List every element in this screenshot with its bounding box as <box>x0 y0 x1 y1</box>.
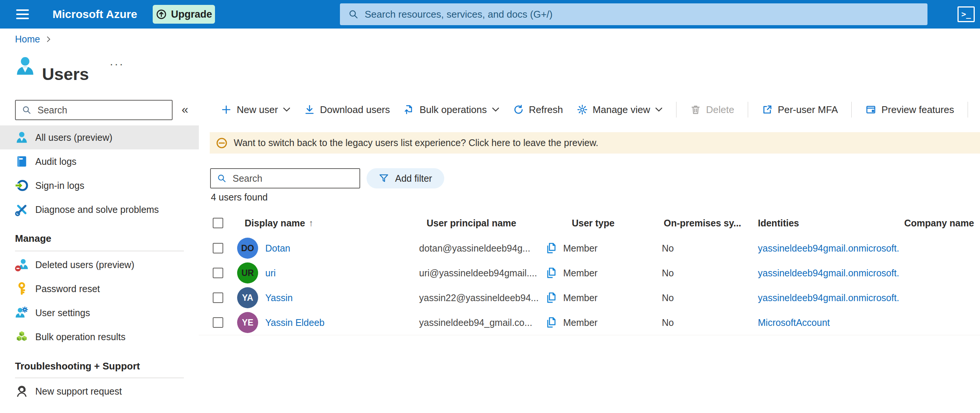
user-type-cell: Member <box>563 285 598 310</box>
top-bar: Microsoft Azure Upgrade >_ <box>0 0 980 29</box>
upgrade-arrow-icon <box>156 9 167 20</box>
sort-ascending-icon: ↑ <box>309 218 313 228</box>
sign-in-icon <box>15 179 29 192</box>
open-external-icon <box>762 104 773 115</box>
copy-icon[interactable] <box>545 291 558 305</box>
per-user-mfa-label: Per-user MFA <box>778 104 838 116</box>
bulk-operations-button[interactable]: Bulk operations <box>403 104 499 116</box>
per-user-mfa-button[interactable]: Per-user MFA <box>762 104 838 116</box>
page-more-button[interactable]: ··· <box>107 57 126 70</box>
column-header-display-name[interactable]: Display name ↑ <box>245 210 313 236</box>
row-checkbox[interactable] <box>213 292 223 303</box>
sidebar-item-deleted-users[interactable]: Deleted users (preview) <box>0 253 199 277</box>
display-name-link[interactable]: uri <box>265 268 276 279</box>
display-name-link[interactable]: Yassin <box>265 292 293 303</box>
copy-icon[interactable] <box>545 241 558 255</box>
sidebar-item-label: Sign-in logs <box>35 180 84 191</box>
upn-cell: yassineldeeb94_gmail.co... <box>419 310 532 335</box>
preview-features-icon <box>865 104 877 115</box>
sidebar-divider <box>15 378 184 378</box>
sidebar-item-all-users[interactable]: All users (preview) <box>0 125 199 150</box>
refresh-icon <box>513 104 524 115</box>
column-header-upn[interactable]: User principal name <box>426 210 516 236</box>
command-bar: New user Download users Bulk operations … <box>210 98 968 121</box>
hamburger-menu-button[interactable] <box>11 0 35 29</box>
display-name-link[interactable]: Yassin Eldeeb <box>265 317 325 328</box>
column-header-company[interactable]: Company name <box>904 210 974 236</box>
audit-log-icon <box>15 155 29 168</box>
download-icon <box>304 104 315 115</box>
column-header-identities[interactable]: Identities <box>758 210 799 236</box>
copy-icon[interactable] <box>545 316 558 329</box>
search-icon <box>22 105 32 115</box>
manage-view-button[interactable]: Manage view <box>577 104 663 116</box>
sidebar-section-manage: Manage <box>15 233 51 244</box>
global-search-input[interactable] <box>364 8 853 21</box>
table-header: Display name ↑ User principal name User … <box>199 210 980 236</box>
sidebar-item-bulk-results[interactable]: Bulk operation results <box>0 325 199 349</box>
new-user-button[interactable]: New user <box>221 104 290 116</box>
sidebar-item-label: Audit logs <box>35 156 76 167</box>
avatar: YA <box>237 287 258 308</box>
person-icon <box>15 131 29 144</box>
copy-icon[interactable] <box>545 266 558 280</box>
refresh-button[interactable]: Refresh <box>513 104 563 116</box>
banner-message[interactable]: Want to switch back to the legacy users … <box>234 137 598 148</box>
plus-icon <box>221 104 232 115</box>
sidebar-item-diagnose[interactable]: Diagnose and solve problems <box>0 198 199 222</box>
upn-cell: dotan@yassineldeeb94g... <box>419 236 530 261</box>
search-icon <box>348 9 359 19</box>
select-all-checkbox[interactable] <box>213 218 223 228</box>
sidebar-collapse-button[interactable]: « <box>179 102 191 117</box>
chevron-right-icon <box>46 36 51 42</box>
users-page-icon <box>14 55 36 77</box>
brand-title[interactable]: Microsoft Azure <box>52 0 137 29</box>
row-checkbox[interactable] <box>213 317 223 328</box>
delete-label: Delete <box>706 104 734 116</box>
upgrade-label: Upgrade <box>171 9 212 20</box>
sidebar-item-password-reset[interactable]: Password reset <box>0 277 199 301</box>
table-row: YA Yassin yassin22@yassineldeeb94... Mem… <box>199 285 980 311</box>
identities-link[interactable]: yassineldeeb94gmail.onmicrosoft. <box>758 292 899 303</box>
sidebar-item-sign-in-logs[interactable]: Sign-in logs <box>0 174 199 198</box>
identities-link[interactable]: yassineldeeb94gmail.onmicrosoft. <box>758 268 899 279</box>
display-name-link[interactable]: Dotan <box>265 243 290 254</box>
cubes-icon <box>15 330 29 344</box>
upn-cell: uri@yassineldeeb94gmail.... <box>419 261 537 285</box>
add-filter-label: Add filter <box>395 173 432 184</box>
sidebar-item-user-settings[interactable]: User settings <box>0 301 199 325</box>
sidebar-item-new-support-request[interactable]: New support request <box>0 379 199 403</box>
row-checkbox[interactable] <box>213 243 223 254</box>
upgrade-button[interactable]: Upgrade <box>153 5 215 24</box>
avatar: DO <box>237 238 258 259</box>
table-row: DO Dotan dotan@yassineldeeb94g... Member… <box>199 236 980 261</box>
user-type-cell: Member <box>563 236 598 261</box>
user-list-search-input[interactable] <box>232 173 346 184</box>
on-premises-cell: No <box>662 310 674 335</box>
bulk-operations-label: Bulk operations <box>420 104 487 116</box>
page-title: Users <box>42 65 89 84</box>
breadcrumb-home-link[interactable]: Home <box>15 34 40 45</box>
identities-link[interactable]: MicrosoftAccount <box>758 317 830 328</box>
row-checkbox[interactable] <box>213 268 223 278</box>
identities-link[interactable]: yassineldeeb94gmail.onmicrosoft. <box>758 243 899 254</box>
download-users-label: Download users <box>320 104 390 116</box>
sidebar-item-audit-logs[interactable]: Audit logs <box>0 150 199 174</box>
sidebar-search-input[interactable] <box>37 104 162 116</box>
delete-button[interactable]: Delete <box>690 104 734 116</box>
sidebar-item-label: All users (preview) <box>35 132 113 143</box>
cloud-shell-icon: >_ <box>961 10 970 19</box>
add-filter-button[interactable]: Add filter <box>367 168 444 188</box>
preview-features-button[interactable]: Preview features <box>865 104 954 116</box>
chevron-down-icon <box>492 107 500 112</box>
gear-icon <box>577 104 588 115</box>
global-search <box>340 3 928 25</box>
on-premises-cell: No <box>662 236 674 261</box>
toolbar-divider <box>851 102 852 118</box>
column-header-user-type[interactable]: User type <box>572 210 614 236</box>
preview-features-label: Preview features <box>881 104 954 116</box>
cloud-shell-button[interactable]: >_ <box>958 6 975 22</box>
avatar: YE <box>237 312 258 333</box>
download-users-button[interactable]: Download users <box>304 104 390 116</box>
column-header-on-premises[interactable]: On-premises sy... <box>664 210 741 236</box>
